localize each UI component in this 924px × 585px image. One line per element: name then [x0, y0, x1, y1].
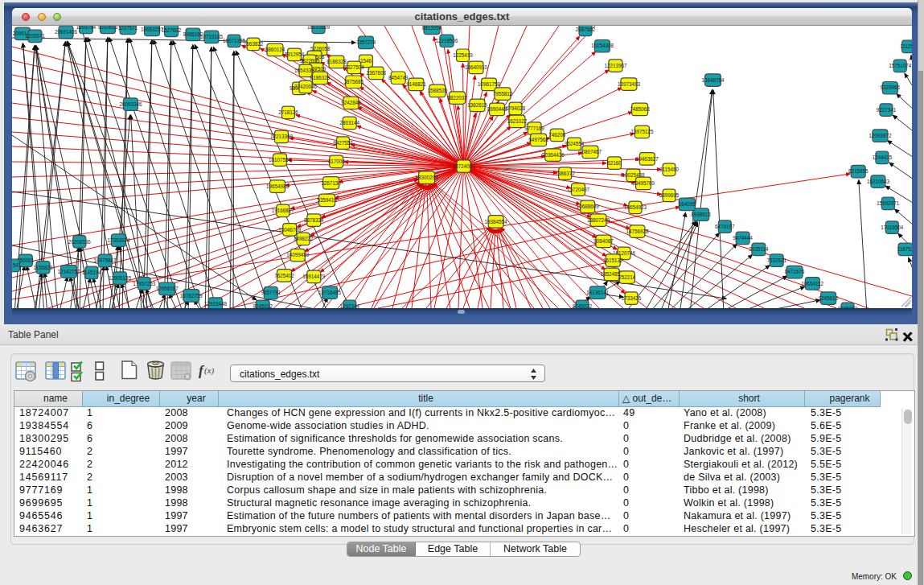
svg-text:10653257: 10653257 — [141, 27, 164, 32]
svg-text:10973493: 10973493 — [618, 81, 641, 87]
svg-text:9777169: 9777169 — [524, 126, 544, 131]
svg-text:14136141: 14136141 — [586, 290, 610, 295]
svg-text:6497568: 6497568 — [528, 137, 548, 142]
svg-text:8860124: 8860124 — [265, 47, 285, 52]
svg-text:19463627: 19463627 — [636, 156, 659, 162]
svg-text:9115460: 9115460 — [659, 167, 680, 172]
svg-text:8454749: 8454749 — [388, 75, 409, 80]
svg-text:9657791: 9657791 — [261, 290, 281, 295]
svg-text:9146821: 9146821 — [406, 81, 426, 87]
svg-text:16671355: 16671355 — [223, 38, 246, 43]
svg-text:3227571: 3227571 — [118, 26, 138, 31]
svg-text:2367608: 2367608 — [366, 70, 386, 76]
svg-text:7625402: 7625402 — [274, 273, 294, 278]
svg-text:18807249: 18807249 — [587, 217, 610, 223]
svg-text:12905135: 12905135 — [109, 275, 132, 281]
svg-text:18300295: 18300295 — [416, 175, 439, 180]
svg-text:1112575: 1112575 — [900, 43, 912, 49]
svg-text:10958187: 10958187 — [156, 286, 179, 291]
svg-text:20364436: 20364436 — [542, 152, 565, 158]
svg-text:6479197: 6479197 — [715, 224, 735, 229]
svg-text:9245612: 9245612 — [819, 295, 839, 301]
svg-text:1615132: 1615132 — [603, 257, 623, 263]
svg-text:9427552: 9427552 — [333, 140, 353, 146]
svg-text:16154308: 16154308 — [591, 43, 614, 48]
svg-text:17957253: 17957253 — [133, 281, 156, 286]
svg-text:2803144: 2803144 — [339, 120, 359, 126]
svg-text:252214: 252214 — [618, 274, 636, 280]
svg-text:2935114: 2935114 — [749, 246, 769, 252]
svg-text:7955812: 7955812 — [493, 91, 513, 97]
svg-text:1588520: 1588520 — [428, 88, 448, 93]
svg-text:16107554: 16107554 — [269, 157, 292, 163]
svg-text:3267130: 3267130 — [321, 180, 341, 186]
svg-text:10961758: 10961758 — [478, 81, 501, 87]
svg-text:15751074: 15751074 — [889, 63, 912, 68]
svg-text:19384554: 19384554 — [485, 219, 508, 225]
svg-text:164095: 164095 — [679, 201, 696, 207]
svg-text:1498222: 1498222 — [294, 236, 314, 241]
svg-text:1621022: 1621022 — [507, 118, 528, 124]
svg-text:10975867: 10975867 — [94, 257, 117, 263]
svg-text:7663822: 7663822 — [244, 41, 264, 47]
svg-text:14099489: 14099489 — [286, 252, 310, 257]
svg-text:15692971: 15692971 — [877, 200, 900, 206]
svg-text:8186328: 8186328 — [310, 75, 331, 80]
svg-text:14756928: 14756928 — [626, 229, 649, 234]
svg-text:10688609: 10688609 — [577, 204, 600, 209]
svg-text:10807467: 10807467 — [579, 149, 602, 154]
svg-text:12342757: 12342757 — [57, 269, 80, 274]
svg-text:(x): (x) — [204, 365, 215, 376]
svg-text:8813054: 8813054 — [422, 26, 442, 31]
svg-text:27420046: 27420046 — [294, 84, 318, 89]
svg-text:1225419: 1225419 — [453, 52, 473, 58]
svg-text:12213369: 12213369 — [270, 134, 294, 139]
svg-text:1527602: 1527602 — [162, 27, 182, 33]
svg-text:16782759: 16782759 — [180, 293, 203, 299]
svg-text:7632621: 7632621 — [766, 257, 786, 263]
svg-text:6794028: 6794028 — [506, 105, 526, 111]
svg-text:3875685: 3875685 — [343, 79, 363, 84]
svg-text:12218506: 12218506 — [435, 38, 458, 43]
svg-text:10719185: 10719185 — [200, 34, 224, 39]
svg-text:6899695: 6899695 — [659, 192, 680, 198]
svg-text:16914479: 16914479 — [302, 274, 326, 279]
svg-text:12213967: 12213967 — [604, 63, 627, 68]
svg-text:17353924: 17353924 — [107, 237, 130, 243]
svg-text:9329966: 9329966 — [881, 84, 901, 90]
svg-text:9327504: 9327504 — [344, 64, 364, 70]
svg-text:8912954: 8912954 — [285, 51, 305, 57]
svg-text:20053346: 20053346 — [119, 101, 142, 107]
svg-text:1244415: 1244415 — [873, 154, 893, 160]
svg-text:20691406: 20691406 — [55, 29, 78, 35]
svg-text:9010653: 9010653 — [98, 26, 118, 30]
svg-text:17016504: 17016504 — [881, 225, 904, 230]
svg-text:15720407: 15720407 — [567, 187, 590, 192]
svg-text:8186328: 8186328 — [326, 59, 347, 64]
svg-text:19654985: 19654985 — [266, 183, 290, 189]
svg-text:10648764: 10648764 — [701, 77, 725, 83]
svg-text:1205571: 1205571 — [25, 33, 45, 39]
svg-text:9084067: 9084067 — [593, 238, 614, 244]
svg-text:8215955: 8215955 — [848, 168, 869, 174]
svg-text:8822037: 8822037 — [447, 95, 467, 101]
svg-text:7386372: 7386372 — [555, 171, 575, 176]
svg-text:8471676: 8471676 — [785, 269, 805, 274]
svg-text:13716485: 13716485 — [318, 290, 342, 295]
svg-text:13495769: 13495769 — [632, 180, 655, 186]
svg-text:16033809: 16033809 — [307, 26, 331, 30]
svg-text:417006: 417006 — [328, 159, 346, 164]
svg-text:12923448: 12923448 — [204, 301, 228, 307]
svg-text:18724007: 18724007 — [452, 163, 475, 169]
svg-text:746206: 746206 — [548, 132, 566, 138]
svg-text:2687662: 2687662 — [576, 27, 596, 32]
svg-text:8938913: 8938913 — [691, 212, 711, 217]
svg-text:7357274: 7357274 — [356, 39, 376, 45]
svg-text:1156829: 1156829 — [33, 265, 53, 270]
svg-text:7485063: 7485063 — [630, 106, 650, 112]
svg-text:10046768: 10046768 — [278, 227, 302, 233]
svg-text:5359419: 5359419 — [317, 197, 337, 203]
svg-text:1733426: 1733426 — [622, 295, 642, 301]
svg-text:9227341: 9227341 — [877, 107, 897, 113]
svg-text:2718126: 2718126 — [278, 109, 298, 115]
